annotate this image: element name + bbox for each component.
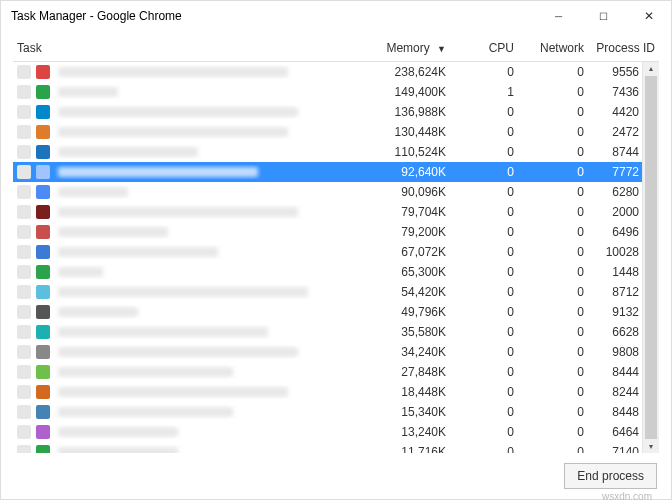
cpu-value: 0 [454,165,514,179]
end-process-button[interactable]: End process [564,463,657,489]
mem-value: 13,240K [364,425,454,439]
mem-value: 11,716K [364,445,454,453]
table-row[interactable]: 149,400K107436 [13,82,659,102]
cpu-value: 0 [454,245,514,259]
table-row[interactable]: 90,096K006280 [13,182,659,202]
table-row[interactable]: 130,448K002472 [13,122,659,142]
task-name [58,307,138,317]
table-row[interactable]: 13,240K006464 [13,422,659,442]
page-icon [17,385,31,399]
cpu-value: 0 [454,125,514,139]
net-value: 0 [514,265,584,279]
cpu-value: 0 [454,405,514,419]
mem-value: 34,240K [364,345,454,359]
scrollbar[interactable]: ▴ ▾ [642,62,659,453]
table-row[interactable]: 238,624K009556 [13,62,659,82]
cpu-value: 0 [454,145,514,159]
table-row[interactable]: 65,300K001448 [13,262,659,282]
scroll-thumb[interactable] [645,76,657,439]
net-value: 0 [514,85,584,99]
task-name [58,407,233,417]
scroll-down-icon[interactable]: ▾ [649,442,653,451]
cpu-value: 1 [454,85,514,99]
titlebar[interactable]: Task Manager - Google Chrome ─ ☐ ✕ [1,1,671,31]
table-row[interactable]: 79,200K006496 [13,222,659,242]
window-title: Task Manager - Google Chrome [11,9,536,23]
mem-value: 79,200K [364,225,454,239]
favicon [36,365,50,379]
table-row[interactable]: 110,524K008744 [13,142,659,162]
task-name [58,427,178,437]
page-icon [17,325,31,339]
task-name [58,167,258,177]
mem-value: 35,580K [364,325,454,339]
cpu-value: 0 [454,185,514,199]
close-button[interactable]: ✕ [626,1,671,31]
net-value: 0 [514,225,584,239]
table-row[interactable]: 54,420K008712 [13,282,659,302]
favicon [36,345,50,359]
favicon [36,165,50,179]
favicon [36,425,50,439]
net-value: 0 [514,405,584,419]
mem-value: 136,988K [364,105,454,119]
table-row[interactable]: 49,796K009132 [13,302,659,322]
favicon [36,265,50,279]
page-icon [17,425,31,439]
net-value: 0 [514,425,584,439]
table-row[interactable]: 67,072K0010028 [13,242,659,262]
table-row[interactable]: 136,988K004420 [13,102,659,122]
header-memory[interactable]: Memory ▼ [364,41,454,55]
table-row[interactable]: 79,704K002000 [13,202,659,222]
favicon [36,65,50,79]
table-row[interactable]: 92,640K007772 [13,162,659,182]
table-row[interactable]: 15,340K008448 [13,402,659,422]
header-task[interactable]: Task [13,41,364,55]
task-name [58,387,288,397]
header-cpu[interactable]: CPU [454,41,514,55]
mem-value: 90,096K [364,185,454,199]
page-icon [17,405,31,419]
favicon [36,285,50,299]
mem-value: 54,420K [364,285,454,299]
process-list[interactable]: 238,624K009556149,400K107436136,988K0044… [13,62,659,453]
net-value: 0 [514,145,584,159]
favicon [36,185,50,199]
header-process-id[interactable]: Process ID [584,41,659,55]
task-name [58,147,198,157]
task-name [58,67,288,77]
net-value: 0 [514,345,584,359]
page-icon [17,205,31,219]
header-network[interactable]: Network [514,41,584,55]
mem-value: 110,524K [364,145,454,159]
table-row[interactable]: 18,448K008244 [13,382,659,402]
net-value: 0 [514,385,584,399]
page-icon [17,225,31,239]
cpu-value: 0 [454,325,514,339]
net-value: 0 [514,245,584,259]
minimize-button[interactable]: ─ [536,1,581,31]
table-row[interactable]: 34,240K009808 [13,342,659,362]
page-icon [17,345,31,359]
mem-value: 238,624K [364,65,454,79]
mem-value: 67,072K [364,245,454,259]
page-icon [17,285,31,299]
favicon [36,105,50,119]
table-row[interactable]: 35,580K006628 [13,322,659,342]
maximize-button[interactable]: ☐ [581,1,626,31]
page-icon [17,185,31,199]
favicon [36,225,50,239]
scroll-up-icon[interactable]: ▴ [649,64,653,73]
cpu-value: 0 [454,425,514,439]
cpu-value: 0 [454,105,514,119]
table-row[interactable]: 27,848K008444 [13,362,659,382]
favicon [36,145,50,159]
mem-value: 92,640K [364,165,454,179]
mem-value: 149,400K [364,85,454,99]
favicon [36,85,50,99]
task-name [58,227,168,237]
table-row[interactable]: 11,716K007140 [13,442,659,453]
page-icon [17,65,31,79]
cpu-value: 0 [454,345,514,359]
cpu-value: 0 [454,285,514,299]
